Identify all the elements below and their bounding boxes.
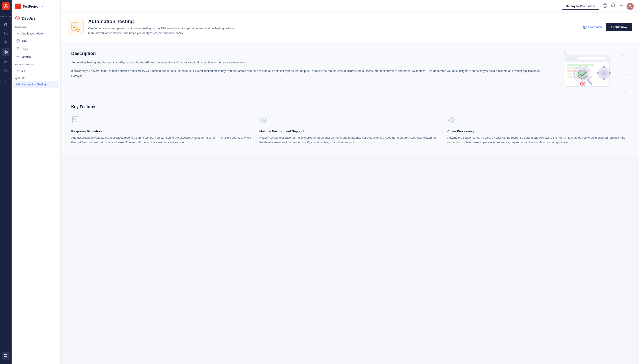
bell-icon bbox=[17, 32, 20, 36]
svg-rect-16 bbox=[17, 40, 18, 41]
feature-intro-card: Automation Testing Create test cases and… bbox=[61, 12, 639, 42]
deploy-to-production-button[interactable]: Deploy to Production bbox=[562, 3, 599, 10]
nav-item-label: APM bbox=[21, 40, 28, 43]
nav-item-metrics[interactable]: Metrics bbox=[13, 53, 59, 60]
user-avatar[interactable] bbox=[626, 3, 634, 10]
main-area: Deploy to Production bbox=[61, 0, 639, 364]
svg-point-74 bbox=[74, 118, 74, 118]
svg-rect-63 bbox=[603, 78, 605, 80]
deco-x-right: ✕ bbox=[624, 91, 626, 93]
key-features-title: Key Features bbox=[71, 104, 628, 109]
nav-item-git[interactable]: Git bbox=[13, 67, 59, 74]
feature-description: Create test cases and perform automated … bbox=[88, 26, 244, 36]
svg-point-61 bbox=[601, 71, 606, 76]
grid-apps-icon[interactable] bbox=[2, 352, 10, 360]
chain-processing-icon bbox=[447, 116, 628, 126]
svg-point-5 bbox=[5, 70, 7, 72]
illustration-area: ○ ◇ ○ ◇ ✦ ✕ bbox=[557, 51, 628, 96]
sidebar-home-icon[interactable] bbox=[2, 20, 10, 28]
svg-rect-12 bbox=[6, 356, 7, 357]
sidebar-devops-icon[interactable] bbox=[2, 48, 10, 56]
description-title: Description bbox=[71, 51, 548, 56]
svg-rect-17 bbox=[18, 40, 19, 41]
svg-rect-18 bbox=[17, 41, 18, 42]
svg-point-34 bbox=[77, 28, 79, 30]
svg-point-26 bbox=[605, 6, 605, 7]
response-validation-icon bbox=[71, 116, 252, 126]
svg-point-28 bbox=[629, 5, 631, 6]
svg-rect-64 bbox=[597, 72, 599, 74]
key-features-section: Key Features Response Valid bbox=[61, 100, 639, 156]
repositories-section-label: REPOSITORIES bbox=[12, 61, 60, 67]
svg-point-77 bbox=[451, 117, 453, 118]
nav-item-automation-testing[interactable]: Automation Testing bbox=[13, 81, 59, 88]
svg-marker-2 bbox=[4, 50, 7, 54]
svg-point-6 bbox=[6, 78, 6, 79]
feature-title: Automation Testing bbox=[88, 19, 579, 24]
svg-rect-10 bbox=[6, 354, 7, 355]
project-header: T TestProject ▾ bbox=[12, 0, 60, 12]
nav-item-label: Logs bbox=[21, 48, 28, 51]
feature-info: Automation Testing Create test cases and… bbox=[88, 19, 579, 36]
nav-item-apm[interactable]: APM bbox=[13, 38, 59, 45]
notifications-bell-icon-button[interactable] bbox=[610, 3, 615, 9]
deco-circle-top-left: ○ bbox=[564, 51, 566, 55]
icon-sidebar: Services bbox=[0, 0, 12, 364]
top-header: Deploy to Production bbox=[61, 0, 639, 12]
logs-icon bbox=[17, 47, 20, 51]
project-name: TestProject bbox=[23, 5, 40, 8]
chain-processing-title: Chain Processing bbox=[447, 130, 628, 133]
sidebar-analytics-icon[interactable] bbox=[2, 58, 10, 66]
svg-rect-11 bbox=[4, 356, 6, 357]
devops-header: DevOps bbox=[12, 12, 60, 24]
left-navigation: T TestProject ▾ DevOps MONITOR Applicati… bbox=[12, 0, 61, 364]
apm-icon bbox=[17, 40, 20, 43]
svg-point-27 bbox=[620, 5, 622, 6]
svg-line-83 bbox=[450, 120, 451, 122]
sidebar-api-icon[interactable] bbox=[2, 29, 10, 38]
svg-rect-48 bbox=[578, 57, 605, 60]
chevron-down-icon[interactable]: ▾ bbox=[42, 5, 43, 8]
svg-point-4 bbox=[4, 62, 5, 63]
sidebar-users-icon[interactable] bbox=[2, 39, 10, 47]
svg-line-82 bbox=[453, 120, 453, 122]
enable-now-button[interactable]: Enable now bbox=[606, 23, 632, 31]
learn-more-button[interactable]: Learn more bbox=[583, 25, 603, 29]
svg-rect-65 bbox=[609, 72, 611, 74]
svg-rect-62 bbox=[603, 66, 605, 68]
brand-logo[interactable] bbox=[2, 2, 10, 10]
description-content: Description Automation Testing enables y… bbox=[71, 51, 548, 82]
feature-card-env-support: Multiple Environment Support Reuse a sin… bbox=[259, 116, 440, 145]
sidebar-more-icon[interactable] bbox=[2, 76, 10, 84]
deco-diamond-bottom: ◇ bbox=[568, 88, 570, 91]
deco-circle-bottom-left: ○ bbox=[559, 84, 561, 86]
svg-marker-24 bbox=[17, 84, 19, 85]
sidebar-settings-icon[interactable] bbox=[2, 67, 10, 75]
feature-card-response-validation: Response Validation Add assertions to va… bbox=[71, 116, 252, 145]
response-validation-title: Response Validation bbox=[71, 130, 252, 133]
nav-item-application-alerts[interactable]: Application Alerts bbox=[13, 30, 59, 37]
env-support-text: Reuse a single test case for multiple pr… bbox=[259, 135, 440, 145]
svg-point-7 bbox=[6, 80, 6, 80]
svg-point-1 bbox=[5, 42, 7, 43]
env-support-icon bbox=[259, 116, 440, 126]
description-section: Description Automation Testing enables y… bbox=[61, 42, 639, 100]
automation-testing-icon bbox=[17, 82, 20, 86]
svg-point-79 bbox=[451, 121, 453, 123]
env-support-title: Multiple Environment Support bbox=[259, 130, 440, 133]
services-label: Services bbox=[0, 14, 12, 19]
settings-gear-icon-button[interactable] bbox=[618, 3, 623, 9]
nav-item-label: Automation Testing bbox=[21, 83, 46, 86]
monitor-section-label: MONITOR bbox=[12, 24, 60, 30]
nav-item-logs[interactable]: Logs bbox=[13, 46, 59, 53]
nav-item-label: Application Alerts bbox=[21, 32, 44, 35]
feature-card-chain-processing: Chain Processing Automate a sequence of … bbox=[447, 116, 628, 145]
help-icon-button[interactable] bbox=[602, 3, 607, 9]
devops-logo-icon bbox=[15, 15, 20, 21]
description-paragraph-2: It provides you several features that en… bbox=[71, 68, 548, 79]
svg-marker-3 bbox=[5, 52, 7, 53]
nav-item-label: Git bbox=[21, 69, 25, 72]
git-icon bbox=[17, 69, 20, 72]
response-validation-text: Add assertions to validate the responses… bbox=[71, 135, 252, 145]
svg-point-8 bbox=[6, 81, 6, 82]
